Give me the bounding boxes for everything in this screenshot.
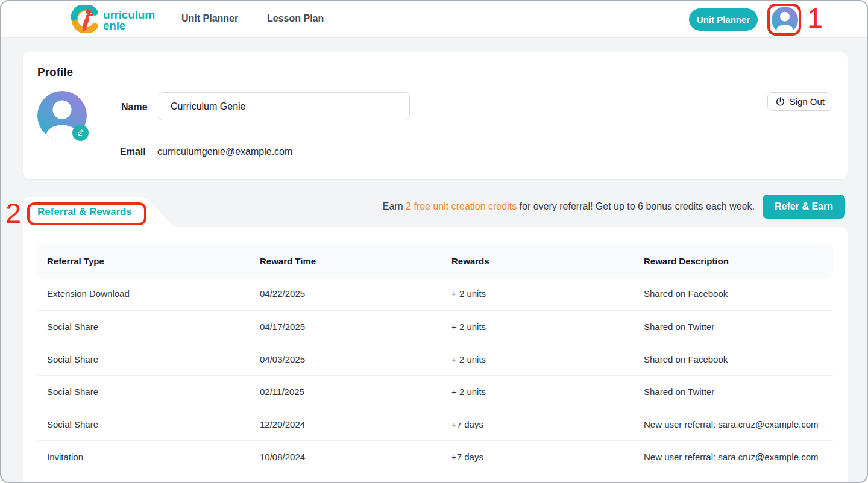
- table-header-row: Referral Type Reward Time Rewards Reward…: [37, 244, 833, 278]
- cell-referral-type: Social Share: [37, 310, 250, 343]
- cell-reward-description: Shared on Twitter: [634, 310, 833, 343]
- cell-rewards: +7 days: [442, 408, 634, 440]
- cell-reward-description: New user referral: sara.cruz@example.com: [634, 440, 833, 473]
- tab-referral-rewards-label: Referral & Rewards: [37, 197, 132, 227]
- nav-item-unit-planner[interactable]: Unit Planner: [181, 13, 238, 24]
- cell-referral-type: Social Share: [37, 408, 250, 440]
- brand-logo[interactable]: urriculum enie: [71, 5, 155, 36]
- table-row: Invitation 10/08/2024 +7 days New user r…: [37, 440, 833, 473]
- column-header-reward-time: Reward Time: [250, 244, 442, 278]
- cell-reward-description: Shared on Facebook: [634, 343, 833, 375]
- cell-referral-type: Social Share: [37, 343, 250, 375]
- cell-reward-description: Shared on Facebook: [634, 278, 833, 310]
- cell-referral-type: Social Share: [37, 375, 250, 408]
- column-header-referral-type: Referral Type: [37, 244, 250, 278]
- brand-name: urriculum enie: [103, 10, 155, 31]
- power-icon: [775, 96, 785, 107]
- edit-pencil-icon: [77, 128, 85, 139]
- cell-rewards: + 2 units: [442, 310, 634, 343]
- tab-referral-rewards[interactable]: Referral & Rewards: [23, 197, 181, 227]
- sign-out-label: Sign Out: [790, 96, 825, 107]
- sign-out-button[interactable]: Sign Out: [767, 92, 832, 111]
- profile-avatar: [37, 91, 87, 140]
- rewards-table-body: Extension Download 04/22/2025 + 2 units …: [37, 278, 833, 473]
- rewards-table: Referral Type Reward Time Rewards Reward…: [37, 244, 833, 473]
- cell-reward-time: 02/11/2025: [250, 375, 442, 408]
- user-avatar-icon[interactable]: [772, 7, 798, 33]
- table-row: Social Share 02/11/2025 + 2 units Shared…: [37, 375, 833, 408]
- referral-promo-row: Earn 2 free unit creation credits for ev…: [383, 193, 845, 220]
- logo-mark-icon: [71, 5, 99, 36]
- refer-earn-button[interactable]: Refer & Earn: [763, 195, 845, 219]
- app-window: urriculum enie Unit Planner Lesson Plan …: [0, 0, 868, 483]
- cell-reward-description: Shared on Twitter: [634, 375, 833, 408]
- rewards-panel: Referral Type Reward Time Rewards Reward…: [23, 227, 848, 483]
- unit-planner-button[interactable]: Unit Planner: [689, 8, 758, 31]
- cell-rewards: + 2 units: [442, 343, 634, 375]
- column-header-reward-description: Reward Description: [634, 244, 833, 278]
- table-row: Social Share 04/03/2025 + 2 units Shared…: [37, 343, 833, 375]
- cell-reward-description: New user referral: sara.cruz@example.com: [634, 408, 833, 440]
- edit-avatar-button[interactable]: [72, 125, 89, 141]
- cell-rewards: + 2 units: [442, 278, 634, 310]
- cell-reward-time: 04/22/2025: [250, 278, 442, 310]
- table-row: Extension Download 04/22/2025 + 2 units …: [37, 278, 833, 310]
- cell-rewards: +7 days: [442, 440, 634, 473]
- profile-card: Profile Name Email curriculumgenie@e: [23, 52, 848, 179]
- annotation-number-1: 1: [807, 3, 823, 33]
- annotation-number-2: 2: [5, 198, 21, 228]
- nav-item-lesson-plan[interactable]: Lesson Plan: [267, 13, 324, 24]
- table-row: Social Share 04/17/2025 + 2 units Shared…: [37, 310, 833, 343]
- cell-reward-time: 12/20/2024: [250, 408, 442, 440]
- name-input[interactable]: [159, 92, 410, 120]
- page-title: Profile: [37, 66, 73, 79]
- email-value: curriculumgenie@example.com: [157, 146, 292, 157]
- column-header-rewards: Rewards: [442, 244, 634, 278]
- email-label: Email: [120, 146, 146, 157]
- cell-rewards: + 2 units: [442, 375, 634, 408]
- referral-promo-text: Earn 2 free unit creation credits for ev…: [383, 201, 755, 212]
- table-row: Social Share 12/20/2024 +7 days New user…: [37, 408, 833, 440]
- cell-referral-type: Invitation: [37, 440, 250, 473]
- name-label: Name: [121, 102, 148, 113]
- top-nav-bar: urriculum enie Unit Planner Lesson Plan …: [1, 1, 867, 38]
- cell-reward-time: 10/08/2024: [250, 440, 442, 473]
- cell-reward-time: 04/03/2025: [250, 343, 442, 375]
- cell-reward-time: 04/17/2025: [250, 310, 442, 343]
- promo-highlight: 2 free unit creation credits: [406, 201, 517, 211]
- cell-referral-type: Extension Download: [37, 278, 250, 310]
